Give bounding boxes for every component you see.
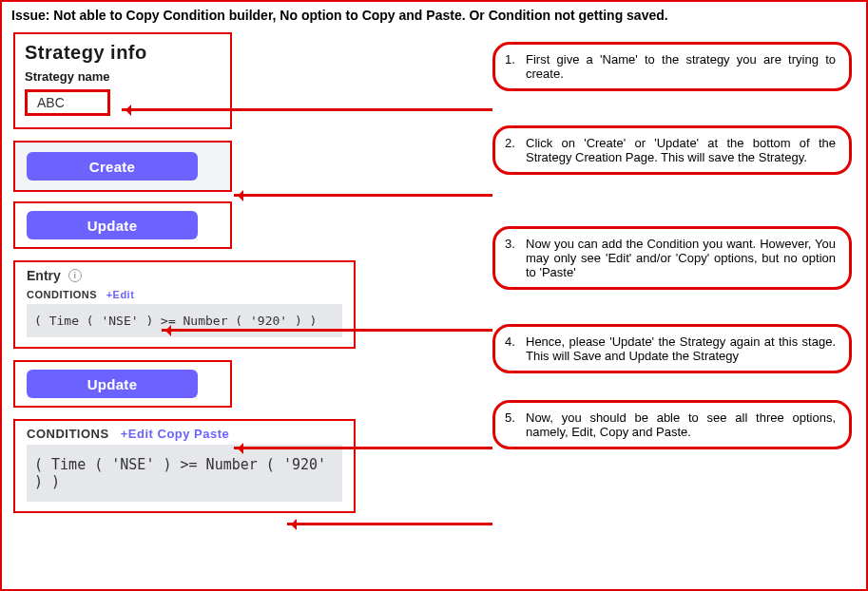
update-button-1[interactable]: Update [27,211,198,239]
inst-num-1: 1. [505,52,526,81]
conditions-final-panel: CONDITIONS +Edit Copy Paste ( Time ( 'NS… [13,419,356,513]
instruction-bubble-5: 5. Now, you should be able to see all th… [492,400,852,449]
inst-text-5: Now, you should be able to see all three… [526,410,836,439]
instruction-bubble-2: 2. Click on 'Create' or 'Update' at the … [492,125,852,175]
inst-num-4: 4. [505,334,526,363]
connector-1 [122,108,492,111]
condition-expression-2: ( Time ( 'NSE' ) >= Number ( '920' ) ) [27,445,342,502]
inst-text-3: Now you can add the Condition you want. … [526,237,836,279]
entry-header: Entry i [27,268,342,283]
instruction-bubble-3: 3. Now you can add the Condition you wan… [492,226,852,290]
right-column: 1. First give a 'Name' to the strategy y… [492,42,854,470]
connector-3 [162,329,492,332]
create-button-panel: Create [13,141,232,192]
conditions-line: CONDITIONS +Edit [27,289,342,300]
update-button-2[interactable]: Update [27,370,198,398]
edit-copy-paste-links[interactable]: +Edit Copy Paste [121,427,230,441]
inst-text-2: Click on 'Create' or 'Update' at the bot… [526,136,836,164]
left-column: Strategy info Strategy name ABC Create U… [13,32,356,513]
inst-text-4: Hence, please 'Update' the Strategy agai… [526,334,836,363]
update-button-panel-2: Update [13,360,232,408]
edit-link[interactable]: +Edit [106,289,135,300]
create-button[interactable]: Create [27,152,198,181]
inst-num-5: 5. [505,410,526,439]
update-button-panel-1: Update [13,201,232,249]
condition-expression-1: ( Time ( 'NSE' ) >= Number ( '920' ) ) [27,304,342,337]
instruction-bubble-1: 1. First give a 'Name' to the strategy y… [492,42,852,91]
page-frame: Issue: Not able to Copy Condition builde… [0,0,868,591]
conditions-final-line: CONDITIONS +Edit Copy Paste [27,427,342,441]
issue-title: Issue: Not able to Copy Condition builde… [11,8,857,23]
entry-title: Entry [27,268,61,283]
conditions-final-label: CONDITIONS [27,427,109,441]
strategy-name-label: Strategy name [25,69,221,84]
connector-5 [287,523,492,525]
strategy-info-heading: Strategy info [25,42,221,64]
connector-2 [234,194,492,197]
strategy-name-input[interactable]: ABC [25,89,110,116]
entry-panel: Entry i CONDITIONS +Edit ( Time ( 'NSE' … [13,260,356,349]
instruction-bubble-4: 4. Hence, please 'Update' the Strategy a… [492,324,852,373]
conditions-label: CONDITIONS [27,289,97,300]
inst-num-2: 2. [505,136,526,164]
connector-4 [234,447,492,449]
info-icon: i [68,269,82,282]
inst-num-3: 3. [505,237,526,279]
inst-text-1: First give a 'Name' to the strategy you … [526,52,836,81]
